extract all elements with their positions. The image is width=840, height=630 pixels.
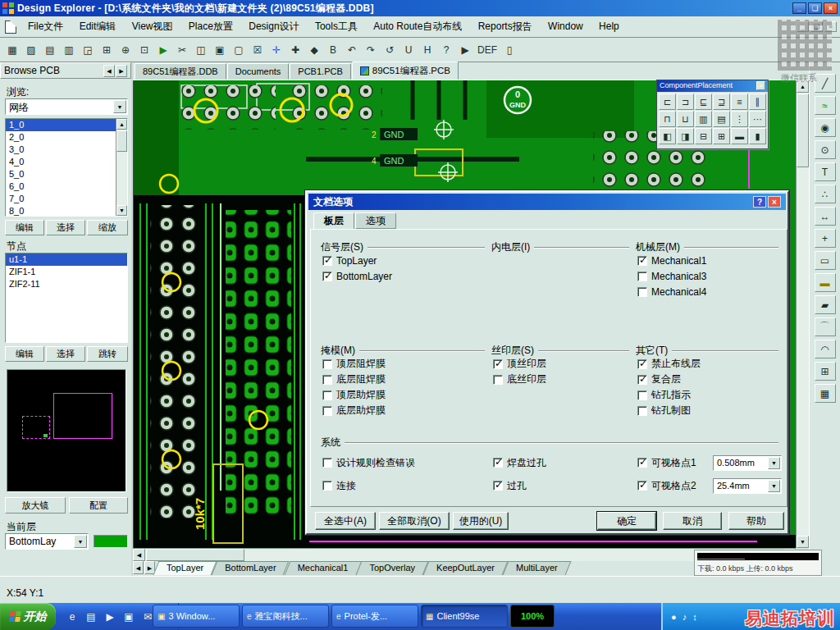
browse-mode-combo[interactable]: 网络 ▼	[5, 98, 128, 115]
checkbox-box[interactable]	[637, 481, 647, 491]
checkbox-box[interactable]	[322, 458, 332, 468]
net-list-item[interactable]: 1_0	[6, 119, 116, 131]
checkbox-box[interactable]	[637, 287, 647, 297]
menu-item[interactable]: File文件	[21, 19, 70, 34]
node-list-item[interactable]: ZIF2-11	[6, 278, 127, 290]
net-select-button[interactable]: 选择	[46, 220, 85, 235]
node-jump-button[interactable]: 跳转	[87, 346, 128, 362]
taskbar-task-button[interactable]: e Protel-发...	[331, 605, 418, 628]
toolbar-button[interactable]: ⊞	[98, 41, 116, 59]
checkbox-box[interactable]	[637, 390, 647, 400]
checkbox-box[interactable]	[322, 272, 332, 281]
mask-checkbox[interactable]: 顶层助焊膜	[321, 387, 485, 403]
placement-align-button[interactable]: ⊟	[695, 128, 712, 144]
silk-checkbox[interactable]: 底丝印层	[491, 372, 629, 387]
toolbar-button[interactable]: U	[399, 41, 418, 59]
visible-grid-checkbox[interactable]: 可视格点1	[636, 455, 696, 471]
placement-tool-button[interactable]: ◉	[815, 118, 836, 137]
chevron-down-icon[interactable]: ▼	[768, 457, 780, 469]
system-checkbox[interactable]: 过孔	[491, 474, 629, 497]
checkbox-box[interactable]	[322, 390, 332, 400]
browse-pcb-tab[interactable]: Browse PCB ◀ ▶	[0, 62, 131, 79]
checkbox-box[interactable]	[493, 481, 503, 491]
menu-item[interactable]: Place放置	[182, 19, 240, 34]
cancel-button[interactable]: 取消	[663, 512, 722, 530]
placement-tool-button[interactable]: ▦	[815, 384, 836, 403]
checkbox-box[interactable]	[637, 375, 647, 385]
layer-checkbox[interactable]: Mechanical3	[636, 268, 778, 284]
layer-checkbox[interactable]: TopLayer	[321, 253, 485, 268]
placement-align-button[interactable]: ◧	[659, 128, 676, 144]
layer-color-swatch[interactable]	[94, 535, 128, 548]
visible-grid-checkbox[interactable]: 可视格点2	[636, 478, 696, 494]
menu-item[interactable]: Design设计	[242, 19, 305, 34]
taskbar-task-button[interactable]: 100%	[510, 605, 555, 628]
checkbox-box[interactable]	[637, 406, 647, 416]
scroll-down-icon[interactable]: ▼	[116, 205, 127, 216]
toolbar-button[interactable]: ⊡	[135, 41, 153, 59]
toolbar-button[interactable]: ✛	[267, 41, 285, 59]
placement-align-button[interactable]: ⊓	[659, 111, 676, 127]
net-list-item[interactable]: 4_0	[6, 156, 116, 168]
layer-tab[interactable]: MultiLayer	[505, 561, 568, 575]
checkbox-box[interactable]	[322, 359, 332, 369]
placement-tool-button[interactable]: ⊙	[815, 140, 836, 159]
toolbar-button[interactable]: ▤	[41, 41, 59, 59]
deselect-all-button[interactable]: 全部取消(O)	[379, 512, 450, 530]
title-bar[interactable]: Design Explorer - [D:\系统文件夹\我的文档\新建文件夹 (…	[0, 0, 840, 16]
toolbar-button[interactable]: ▯	[500, 41, 518, 59]
checkbox-box[interactable]	[322, 375, 332, 385]
layer-tab[interactable]: TopLayer	[156, 561, 214, 575]
placement-tool-button[interactable]: ╱	[815, 74, 836, 93]
chevron-down-icon[interactable]: ▼	[74, 535, 87, 548]
tab-options[interactable]: 选项	[355, 212, 396, 229]
current-layer-combo[interactable]: BottomLay ▼	[5, 533, 89, 550]
layer-tab[interactable]: TopOverlay	[358, 561, 426, 575]
menu-item[interactable]: Window	[541, 19, 590, 34]
mask-checkbox[interactable]: 底层阻焊膜	[321, 372, 485, 387]
checkbox-box[interactable]	[493, 359, 503, 369]
menu-item[interactable]: Edit编辑	[73, 19, 123, 34]
net-list-scrollbar[interactable]: ▲ ▼	[116, 119, 127, 216]
toolbar-button[interactable]: ▥	[60, 41, 78, 59]
toolbar-button[interactable]: ↶	[343, 41, 361, 59]
placement-tool-button[interactable]: ▬	[815, 273, 836, 292]
net-list-item[interactable]: 8_0	[6, 205, 116, 217]
scroll-up-icon[interactable]: ▲	[116, 119, 127, 130]
document-tab[interactable]: PCB1.PCB	[290, 63, 350, 80]
layer-scroll-left-icon[interactable]: ◀	[133, 561, 144, 574]
dialog-title-bar[interactable]: 文档选项 ? ×	[308, 194, 786, 210]
panel-scroll-left-icon[interactable]: ◀	[103, 65, 115, 77]
layer-tab[interactable]: KeepOutLayer	[426, 561, 505, 575]
help-button[interactable]: 帮助	[728, 512, 784, 530]
system-checkbox[interactable]: 焊盘过孔	[491, 451, 629, 474]
net-list-item[interactable]: 2_0	[6, 131, 116, 144]
layer-tab[interactable]: Mechanical1	[287, 561, 359, 575]
placement-align-button[interactable]: ⋯	[749, 111, 766, 127]
placement-align-button[interactable]: ⊏	[659, 94, 676, 110]
checkbox-box[interactable]	[637, 256, 647, 266]
toolbar-button[interactable]: ⊕	[116, 41, 135, 59]
layer-checkbox[interactable]: BottomLayer	[321, 268, 485, 284]
placement-tool-button[interactable]: +	[815, 229, 836, 248]
placement-align-button[interactable]: ⊐	[677, 94, 694, 110]
checkbox-box[interactable]	[493, 458, 503, 468]
ok-button[interactable]: 确定	[597, 512, 656, 530]
vertical-scroll-thumb[interactable]	[797, 94, 809, 167]
other-checkbox[interactable]: 钻孔制图	[636, 403, 778, 418]
placement-align-button[interactable]: ▮	[749, 128, 766, 144]
palette-title-bar[interactable]: ComponentPlacement ×	[657, 80, 768, 92]
placement-align-button[interactable]: ⊔	[677, 111, 694, 127]
document-tab[interactable]: Documents	[227, 63, 290, 80]
placement-align-button[interactable]: ▤	[713, 111, 730, 127]
placement-tool-button[interactable]: ↔	[815, 207, 836, 226]
mask-checkbox[interactable]: 底层助焊膜	[321, 403, 485, 418]
placement-tool-button[interactable]: ⌒	[815, 317, 836, 336]
menu-item[interactable]: Auto Route自动布线	[367, 19, 468, 34]
document-icon[interactable]	[5, 21, 16, 34]
grid-size-combo[interactable]: 0.508mm ▼	[713, 455, 782, 471]
net-zoom-button[interactable]: 缩放	[87, 220, 128, 235]
checkbox-box[interactable]	[637, 359, 647, 369]
placement-tool-button[interactable]: ≈	[815, 96, 836, 115]
tab-board-layers[interactable]: 板层	[313, 212, 354, 230]
